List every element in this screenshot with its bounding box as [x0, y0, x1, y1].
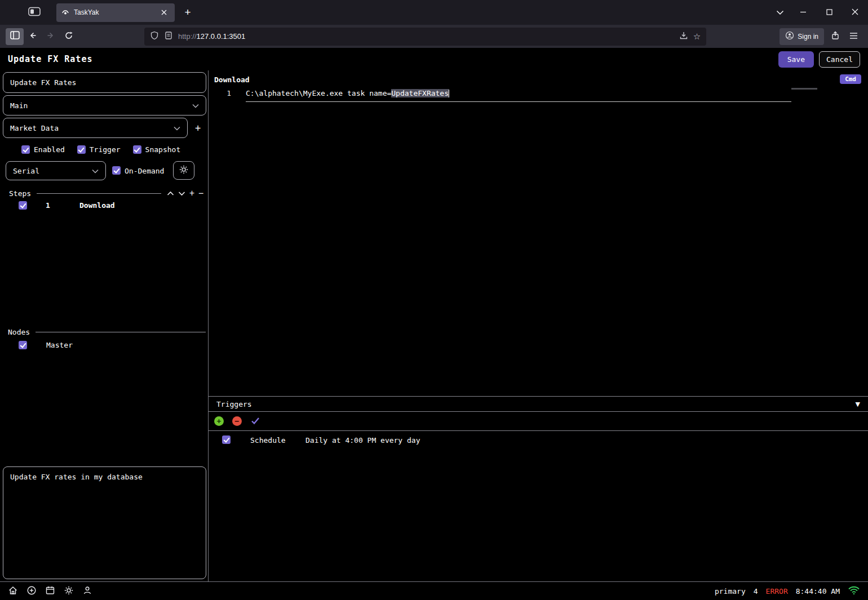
save-button[interactable]: Save — [778, 51, 814, 68]
minimize-button[interactable] — [790, 0, 816, 25]
wifi-icon — [848, 585, 860, 597]
menu-button[interactable] — [844, 28, 862, 45]
remove-trigger-button[interactable]: − — [232, 416, 242, 426]
node-row[interactable]: Master — [0, 341, 208, 350]
nodes-title: Nodes — [8, 328, 30, 336]
move-step-up-button[interactable] — [167, 189, 174, 198]
url-scheme: http:// — [178, 32, 197, 41]
editor-step-title: Download — [214, 75, 250, 84]
move-step-down-button[interactable] — [178, 189, 185, 198]
new-tab-button[interactable]: + — [179, 4, 196, 21]
site-info-icon[interactable] — [164, 31, 173, 42]
home-icon[interactable] — [8, 585, 18, 597]
execution-mode-row: Serial On-Demand — [0, 161, 208, 181]
forward-arrow-icon — [46, 31, 55, 42]
error-status[interactable]: ERROR — [766, 587, 788, 595]
sign-in-label: Sign in — [798, 33, 818, 41]
mode-dropdown[interactable]: Serial — [6, 161, 106, 180]
cancel-button[interactable]: Cancel — [819, 51, 860, 68]
minimize-icon — [800, 7, 807, 17]
node-checkbox[interactable] — [19, 341, 27, 349]
page-title: Update FX Rates — [8, 54, 92, 64]
group-dropdown[interactable]: Market Data — [3, 118, 188, 138]
url-text[interactable]: http://127.0.0.1:3501 — [178, 32, 245, 41]
task-flags-row: Enabled Trigger Snapshot — [21, 145, 180, 154]
share-icon — [831, 31, 840, 42]
remove-step-button[interactable]: − — [198, 189, 203, 198]
tab-close-icon[interactable] — [158, 7, 170, 18]
code-editor-line[interactable]: 1 C:\alphatech\MyExe.exe task name=Updat… — [209, 89, 868, 102]
bookmark-star-icon[interactable]: ☆ — [693, 32, 701, 42]
browser-tab-taskyak[interactable]: TaskYak — [56, 3, 175, 22]
text-caret — [449, 90, 449, 97]
editor-scrollbar[interactable] — [791, 88, 817, 90]
flag-trigger: Trigger — [77, 145, 121, 154]
reload-icon — [64, 31, 73, 42]
maximize-button[interactable] — [816, 0, 842, 25]
line-number: 1 — [209, 89, 231, 102]
account-icon — [785, 31, 794, 42]
collapse-triangle-icon[interactable]: ▼ — [856, 401, 860, 408]
group-selected-value: Market Data — [10, 124, 59, 132]
forward-button[interactable] — [42, 28, 60, 45]
back-arrow-icon — [28, 31, 37, 42]
app-header: Update FX Rates Save Cancel — [0, 48, 868, 70]
list-all-tabs-button[interactable] — [770, 0, 790, 25]
description-textarea[interactable]: Update FX rates in my database — [3, 466, 206, 579]
nodes-section-header: Nodes — [8, 327, 206, 336]
code-content[interactable]: C:\alphatech\MyExe.exe task name=UpdateF… — [246, 89, 791, 102]
flag-snapshot: Snapshot — [133, 145, 181, 154]
close-window-button[interactable] — [842, 0, 868, 25]
section-dropdown[interactable]: Main — [3, 95, 206, 115]
url-bar[interactable]: http://127.0.0.1:3501 ☆ — [144, 28, 706, 46]
settings-gear-icon[interactable] — [64, 585, 74, 597]
add-step-button[interactable]: + — [189, 189, 194, 198]
trigger-label: Trigger — [90, 145, 121, 154]
trigger-enabled-checkbox[interactable] — [222, 435, 231, 444]
save-to-device-icon[interactable] — [679, 31, 688, 42]
user-icon[interactable] — [82, 585, 92, 597]
node-name-status: primary — [715, 587, 746, 595]
snapshot-checkbox[interactable] — [133, 145, 141, 154]
task-name-input[interactable] — [3, 72, 206, 93]
settings-button[interactable] — [173, 161, 194, 180]
step-row[interactable]: 1 Download — [0, 201, 208, 211]
sign-in-button[interactable]: Sign in — [780, 28, 824, 45]
node-label: Master — [46, 341, 73, 349]
share-button[interactable] — [826, 28, 844, 45]
reload-button[interactable] — [60, 28, 78, 45]
cmd-mode-badge[interactable]: Cmd — [840, 74, 861, 84]
nav-bar: http://127.0.0.1:3501 ☆ Sign in — [0, 25, 868, 48]
tab-bar: TaskYak + — [0, 0, 868, 25]
gear-icon — [179, 165, 189, 176]
tab-title: TaskYak — [74, 8, 99, 16]
app-body: Main Market Data + Enabled Tr — [0, 70, 868, 581]
enabled-checkbox[interactable] — [21, 145, 30, 154]
triggers-header[interactable]: Triggers ▼ — [209, 396, 868, 412]
apply-trigger-button[interactable] — [250, 416, 260, 427]
sidebar-toggle-button[interactable] — [6, 28, 24, 45]
triggers-toolbar: + − — [209, 412, 868, 431]
clock-status: 8:44:40 AM — [796, 587, 840, 595]
statusbar-status: primary 4 ERROR 8:44:40 AM — [715, 585, 860, 597]
on-demand-checkbox[interactable] — [112, 166, 121, 175]
trigger-row[interactable]: Schedule Daily at 4:00 PM every day — [209, 435, 868, 446]
mode-selected-value: Serial — [13, 167, 39, 175]
task-count-status: 4 — [754, 587, 758, 595]
step-checkbox[interactable] — [19, 201, 27, 210]
trigger-checkbox[interactable] — [77, 145, 86, 154]
taskyak-favicon — [61, 8, 69, 17]
add-group-button[interactable]: + — [191, 118, 205, 138]
browser-window: TaskYak + — [0, 0, 868, 600]
hamburger-icon — [849, 32, 858, 42]
back-button[interactable] — [24, 28, 42, 45]
calendar-icon[interactable] — [45, 585, 55, 597]
trigger-schedule: Daily at 4:00 PM every day — [305, 436, 420, 445]
add-trigger-button[interactable]: + — [214, 416, 224, 426]
maximize-icon — [826, 7, 832, 17]
flag-enabled: Enabled — [21, 145, 65, 154]
add-task-icon[interactable] — [26, 585, 37, 597]
sidebar-icon — [10, 31, 20, 42]
firefox-view-button[interactable] — [26, 5, 43, 20]
code-selection: UpdateFXRates — [391, 89, 449, 97]
